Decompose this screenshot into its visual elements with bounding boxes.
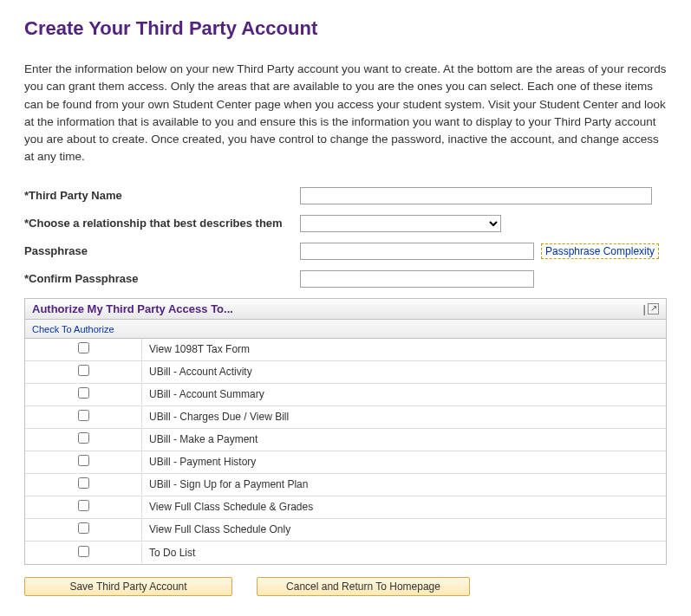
authorize-checkbox[interactable] [78, 410, 89, 421]
save-button[interactable]: Save Third Party Account [24, 577, 232, 596]
authorize-checkbox[interactable] [78, 365, 89, 376]
row-description: To Do List [142, 543, 666, 562]
authorize-grid: Authorize My Third Party Access To... | … [24, 298, 667, 565]
third-party-name-label: *Third Party Name [24, 189, 300, 202]
table-row: UBill - Account Summary [25, 384, 666, 406]
row-description: View Full Class Schedule & Grades [142, 497, 666, 516]
confirm-passphrase-label: *Confirm Passphrase [24, 272, 300, 285]
row-description: View Full Class Schedule Only [142, 520, 666, 539]
passphrase-input[interactable] [300, 243, 534, 260]
table-row: UBill - Payment History [25, 451, 666, 474]
grid-title: Authorize My Third Party Access To... [32, 302, 233, 315]
checkbox-cell [25, 361, 142, 382]
checkbox-cell [25, 451, 142, 472]
cancel-button[interactable]: Cancel and Return To Homepage [257, 577, 470, 596]
row-description: View 1098T Tax Form [142, 340, 666, 359]
row-description: UBill - Payment History [142, 452, 666, 471]
row-description: UBill - Make a Payment [142, 430, 666, 449]
row-description: UBill - Account Activity [142, 362, 666, 381]
passphrase-complexity-link[interactable]: Passphrase Complexity [541, 243, 659, 259]
authorize-checkbox[interactable] [78, 522, 89, 534]
table-row: UBill - Charges Due / View Bill [25, 406, 666, 429]
relationship-select[interactable] [300, 215, 501, 232]
table-row: View Full Class Schedule Only [25, 519, 666, 541]
table-row: UBill - Account Activity [25, 361, 666, 384]
page-title: Create Your Third Party Account [24, 17, 667, 40]
passphrase-label: Passphrase [24, 244, 300, 257]
checkbox-cell [25, 384, 142, 405]
grid-toolbar: | ↗ [643, 302, 659, 315]
authorize-checkbox[interactable] [78, 455, 89, 466]
table-row: UBill - Sign Up for a Payment Plan [25, 474, 666, 496]
checkbox-cell [25, 339, 142, 360]
popout-icon[interactable]: ↗ [648, 303, 659, 314]
checkbox-cell [25, 496, 142, 517]
authorize-checkbox[interactable] [78, 432, 89, 444]
checkbox-cell [25, 406, 142, 427]
table-row: UBill - Make a Payment [25, 429, 666, 451]
table-row: View Full Class Schedule & Grades [25, 496, 666, 519]
check-to-authorize-header: Check To Authorize [32, 324, 114, 334]
authorize-checkbox[interactable] [78, 546, 89, 557]
row-description: UBill - Sign Up for a Payment Plan [142, 475, 666, 494]
table-row: View 1098T Tax Form [25, 339, 666, 361]
checkbox-cell [25, 542, 142, 563]
authorize-checkbox[interactable] [78, 387, 89, 399]
checkbox-cell [25, 519, 142, 540]
checkbox-cell [25, 474, 142, 495]
separator-icon: | [643, 302, 646, 315]
authorize-checkbox[interactable] [78, 342, 89, 353]
authorize-checkbox[interactable] [78, 477, 89, 489]
relationship-label: *Choose a relationship that best describ… [24, 217, 300, 230]
confirm-passphrase-input[interactable] [300, 270, 534, 288]
third-party-name-input[interactable] [300, 187, 652, 204]
intro-paragraph: Enter the information below on your new … [24, 61, 667, 166]
table-row: To Do List [25, 541, 666, 564]
checkbox-cell [25, 429, 142, 450]
row-description: UBill - Account Summary [142, 385, 666, 404]
authorize-checkbox[interactable] [78, 500, 89, 511]
row-description: UBill - Charges Due / View Bill [142, 407, 666, 426]
